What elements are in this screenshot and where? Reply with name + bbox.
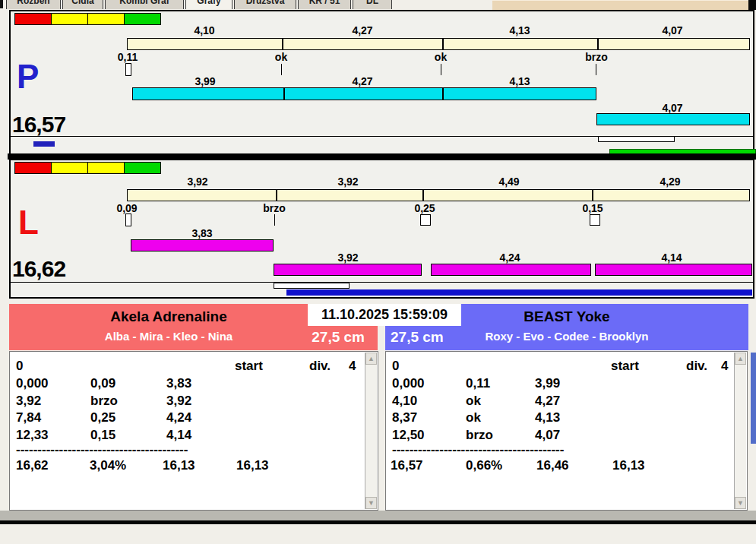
l-marker-label: 0,09 <box>116 202 137 214</box>
right-jump-height: 27,5 cm <box>391 329 444 346</box>
l-run-label: 4,14 <box>661 251 682 264</box>
l-side-letter: L <box>18 206 39 239</box>
left-edge-fragment <box>0 0 3 8</box>
legend-red-block <box>14 13 52 25</box>
legend-yellow-block <box>87 13 125 25</box>
table-row: 7,84 0,25 4,24 <box>10 410 364 427</box>
table-cell: 4 <box>349 359 356 374</box>
l-baseline <box>11 282 753 283</box>
p-split-label: 4,27 <box>352 24 372 36</box>
table-cell: 4,07 <box>535 428 560 443</box>
table-cell: 16,57 <box>391 458 423 473</box>
table-cell: 4,14 <box>166 428 191 443</box>
table-cell: 4,27 <box>535 394 560 409</box>
l-sensor-bar <box>127 189 750 201</box>
tab-kr-51[interactable]: KR / 51 <box>298 0 351 9</box>
l-white-bar <box>274 283 350 289</box>
l-marker-box <box>590 214 600 226</box>
team-left-dogs: Alba - Mira - Kleo - Nina <box>9 330 328 343</box>
p-sensor-bar-divider <box>442 38 444 50</box>
left-jump-height: 27,5 cm <box>281 329 365 346</box>
tab-kombi-graf[interactable]: Kombi Graf <box>105 0 184 9</box>
status-legend <box>14 162 160 174</box>
tab-rozbeh[interactable]: Rozbeh <box>6 0 61 9</box>
table-cell: 0 <box>16 359 23 374</box>
p-sensor-bar <box>127 38 750 50</box>
table-cell: 4,24 <box>166 410 191 425</box>
table-cell: 3,92 <box>16 394 41 409</box>
tab-bar: Rozbeh Cidla Kombi Graf Grafy Družstva K… <box>0 0 756 10</box>
p-total-time: 16,57 <box>12 113 65 136</box>
scroll-down-icon[interactable]: ▼ <box>365 497 377 509</box>
desktop-fragment <box>751 353 756 444</box>
right-table-scrollbar[interactable]: ▲ ▼ <box>734 353 746 509</box>
scroll-down-icon[interactable]: ▼ <box>735 497 746 509</box>
l-marker-label: 0,25 <box>414 202 435 214</box>
table-cell: 0,000 <box>392 376 425 391</box>
table-cell: ok <box>466 394 481 409</box>
l-run-bar-3 <box>431 264 591 276</box>
p-marker-tick <box>441 64 441 75</box>
p-run-bar-divider <box>283 87 285 100</box>
l-blue-bar <box>286 289 752 296</box>
corner-block <box>748 0 756 10</box>
p-split-label: 4,07 <box>662 24 682 36</box>
l-marker-label: brzo <box>263 202 286 214</box>
p-run-bar-2 <box>596 113 750 125</box>
p-white-bar <box>598 136 675 142</box>
table-row: 0,000 0,11 3,99 <box>386 376 733 393</box>
table-row: 0,000 0,09 3,83 <box>10 376 364 393</box>
l-run-label: 3,92 <box>337 251 358 264</box>
left-table-scrollbar[interactable]: ▲ ▼ <box>365 353 377 509</box>
l-run-bar-1 <box>131 239 274 251</box>
scroll-up-icon[interactable]: ▲ <box>735 353 746 365</box>
p-start-marker-box <box>125 63 131 76</box>
p-marker-label: 0,11 <box>118 51 138 63</box>
table-cell: 0,09 <box>90 376 115 391</box>
l-marker-label: 0,15 <box>582 202 603 214</box>
legend-yellow-block <box>51 13 88 25</box>
team-right-table[interactable]: 0 start div. 4 0,000 0,11 3,99 4,10 ok 4… <box>385 351 748 511</box>
team-left-table[interactable]: 0 start div. 4 0,000 0,09 3,83 3,92 brzo… <box>9 351 378 511</box>
l-sensor-bar-divider <box>592 189 593 201</box>
table-totals-row: 16,57 0,66% 16,46 16,13 <box>386 458 733 475</box>
tab-cidla[interactable]: Cidla <box>62 0 103 9</box>
p-marker-label: ok <box>275 51 287 63</box>
table-cell: 4,13 <box>535 410 560 425</box>
p-blue-dash <box>33 141 55 147</box>
table-cell: 16,46 <box>536 458 569 473</box>
scroll-up-icon[interactable]: ▲ <box>365 353 377 365</box>
table-cell: 0,000 <box>16 376 49 391</box>
l-run-label: 3,83 <box>191 227 212 239</box>
table-cell: div. <box>686 359 707 374</box>
tab-grafy[interactable]: Grafy <box>185 0 232 9</box>
table-cell: brzo <box>90 394 118 409</box>
p-sensor-bar-divider <box>282 38 283 50</box>
table-cell: div. <box>309 359 331 374</box>
l-split-label: 4,49 <box>498 176 519 188</box>
l-total-time: 16,62 <box>12 258 65 280</box>
l-run-bar-4 <box>595 264 752 276</box>
p-marker-tick <box>281 64 282 75</box>
status-legend <box>14 13 160 25</box>
table-cell: 3,92 <box>166 394 191 409</box>
table-cell: 0,11 <box>466 376 490 391</box>
legend-yellow-block <box>51 162 88 174</box>
bottom-gray-strip <box>0 511 756 520</box>
panel-l: 3,92 3,92 4,49 4,29 0,09 brzo 0,25 0,15 … <box>9 159 754 299</box>
table-cell: 3,99 <box>535 376 560 391</box>
table-cell: 4,10 <box>392 394 417 409</box>
table-cell: 16,13 <box>612 458 645 473</box>
table-cell: 0,25 <box>90 410 115 425</box>
table-cell: 12,50 <box>392 428 425 443</box>
table-row: 8,37 ok 4,13 <box>386 410 733 427</box>
l-split-label: 3,92 <box>337 176 358 188</box>
table-separator: ---------------------------------------- <box>392 442 564 457</box>
p-marker-label: ok <box>435 51 447 63</box>
tab-dl[interactable]: DL <box>353 0 392 9</box>
table-cell: 0,66% <box>466 458 502 473</box>
tab-druzstva[interactable]: Družstva <box>234 0 296 9</box>
table-row: 3,92 brzo 3,92 <box>10 394 364 410</box>
table-cell: 4 <box>721 359 728 374</box>
p-split-label: 4,10 <box>194 24 214 36</box>
